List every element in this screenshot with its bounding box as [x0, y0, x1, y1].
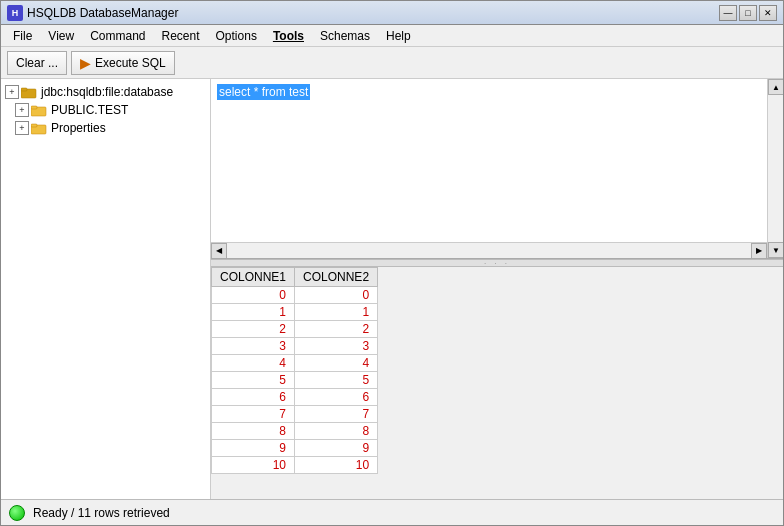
table-cell: 9: [212, 440, 295, 457]
properties-label: Properties: [51, 121, 106, 135]
table-cell: 10: [295, 457, 378, 474]
table-cell: 2: [212, 321, 295, 338]
sql-hscrollbar[interactable]: ◀ ▶: [211, 242, 767, 258]
table-cell: 0: [295, 287, 378, 304]
main-content: + jdbc:hsqldb:file:database +: [1, 79, 783, 499]
menu-view[interactable]: View: [40, 27, 82, 45]
table-cell: 3: [295, 338, 378, 355]
scroll-down-arrow[interactable]: ▼: [768, 242, 783, 258]
sql-query[interactable]: select * from test: [217, 84, 310, 100]
sql-vscrollbar[interactable]: ▲ ▼: [767, 79, 783, 258]
svg-rect-3: [31, 106, 37, 109]
table-row: 1010: [212, 457, 378, 474]
table-header-row: COLONNE1 COLONNE2: [212, 268, 378, 287]
table-cell: 1: [212, 304, 295, 321]
results-tbody: 001122334455667788991010: [212, 287, 378, 474]
schema-icon: [31, 103, 47, 117]
menu-command[interactable]: Command: [82, 27, 153, 45]
panel-divider[interactable]: · · ·: [211, 259, 783, 267]
status-indicator: [9, 505, 25, 521]
menu-tools[interactable]: Tools: [265, 27, 312, 45]
properties-toggle[interactable]: +: [15, 121, 29, 135]
svg-rect-5: [31, 124, 37, 127]
connection-label: jdbc:hsqldb:file:database: [41, 85, 173, 99]
table-row: 11: [212, 304, 378, 321]
schema-toggle[interactable]: +: [15, 103, 29, 117]
tree-properties[interactable]: + Properties: [1, 119, 210, 137]
results-table: COLONNE1 COLONNE2 0011223344556677889910…: [211, 267, 378, 474]
table-cell: 7: [212, 406, 295, 423]
clear-button[interactable]: Clear ...: [7, 51, 67, 75]
menu-recent[interactable]: Recent: [154, 27, 208, 45]
properties-icon: [31, 121, 47, 135]
table-cell: 8: [212, 423, 295, 440]
menu-options[interactable]: Options: [208, 27, 265, 45]
table-cell: 6: [295, 389, 378, 406]
table-cell: 6: [212, 389, 295, 406]
main-window: H HSQLDB DatabaseManager — □ ✕ File View…: [0, 0, 784, 526]
right-panel: select * from test ▲ ▼ ◀ ▶ · · ·: [211, 79, 783, 499]
table-row: 55: [212, 372, 378, 389]
app-icon: H: [7, 5, 23, 21]
clear-label: Clear ...: [16, 56, 58, 70]
table-cell: 1: [295, 304, 378, 321]
schema-label: PUBLIC.TEST: [51, 103, 128, 117]
table-cell: 4: [295, 355, 378, 372]
col-header-1: COLONNE1: [212, 268, 295, 287]
table-cell: 3: [212, 338, 295, 355]
toolbar: Clear ... ▶ Execute SQL: [1, 47, 783, 79]
table-row: 22: [212, 321, 378, 338]
close-button[interactable]: ✕: [759, 5, 777, 21]
tree-schema[interactable]: + PUBLIC.TEST: [1, 101, 210, 119]
window-title: HSQLDB DatabaseManager: [27, 6, 719, 20]
table-cell: 2: [295, 321, 378, 338]
scroll-track-v[interactable]: [768, 95, 783, 242]
table-cell: 7: [295, 406, 378, 423]
table-cell: 4: [212, 355, 295, 372]
scroll-right-arrow[interactable]: ▶: [751, 243, 767, 259]
window-controls: — □ ✕: [719, 5, 777, 21]
table-row: 77: [212, 406, 378, 423]
table-cell: 9: [295, 440, 378, 457]
table-cell: 10: [212, 457, 295, 474]
sql-text-area[interactable]: select * from test: [211, 79, 767, 242]
tree-connection[interactable]: + jdbc:hsqldb:file:database: [1, 83, 210, 101]
sidebar: + jdbc:hsqldb:file:database +: [1, 79, 211, 499]
scroll-up-arrow[interactable]: ▲: [768, 79, 783, 95]
connection-toggle[interactable]: +: [5, 85, 19, 99]
table-cell: 0: [212, 287, 295, 304]
execute-sql-button[interactable]: ▶ Execute SQL: [71, 51, 175, 75]
menu-file[interactable]: File: [5, 27, 40, 45]
table-row: 88: [212, 423, 378, 440]
table-row: 00: [212, 287, 378, 304]
col-header-2: COLONNE2: [295, 268, 378, 287]
run-icon: ▶: [80, 55, 91, 71]
table-row: 44: [212, 355, 378, 372]
minimize-button[interactable]: —: [719, 5, 737, 21]
status-bar: Ready / 11 rows retrieved: [1, 499, 783, 525]
menu-bar: File View Command Recent Options Tools S…: [1, 25, 783, 47]
connection-icon: [21, 85, 37, 99]
table-cell: 8: [295, 423, 378, 440]
results-panel[interactable]: COLONNE1 COLONNE2 0011223344556677889910…: [211, 267, 783, 499]
table-row: 66: [212, 389, 378, 406]
svg-rect-1: [21, 88, 27, 91]
scroll-left-arrow[interactable]: ◀: [211, 243, 227, 259]
execute-label: Execute SQL: [95, 56, 166, 70]
menu-help[interactable]: Help: [378, 27, 419, 45]
status-text: Ready / 11 rows retrieved: [33, 506, 170, 520]
table-cell: 5: [212, 372, 295, 389]
table-row: 99: [212, 440, 378, 457]
sql-editor-panel: select * from test ▲ ▼ ◀ ▶: [211, 79, 783, 259]
table-cell: 5: [295, 372, 378, 389]
table-row: 33: [212, 338, 378, 355]
maximize-button[interactable]: □: [739, 5, 757, 21]
menu-schemas[interactable]: Schemas: [312, 27, 378, 45]
title-bar: H HSQLDB DatabaseManager — □ ✕: [1, 1, 783, 25]
